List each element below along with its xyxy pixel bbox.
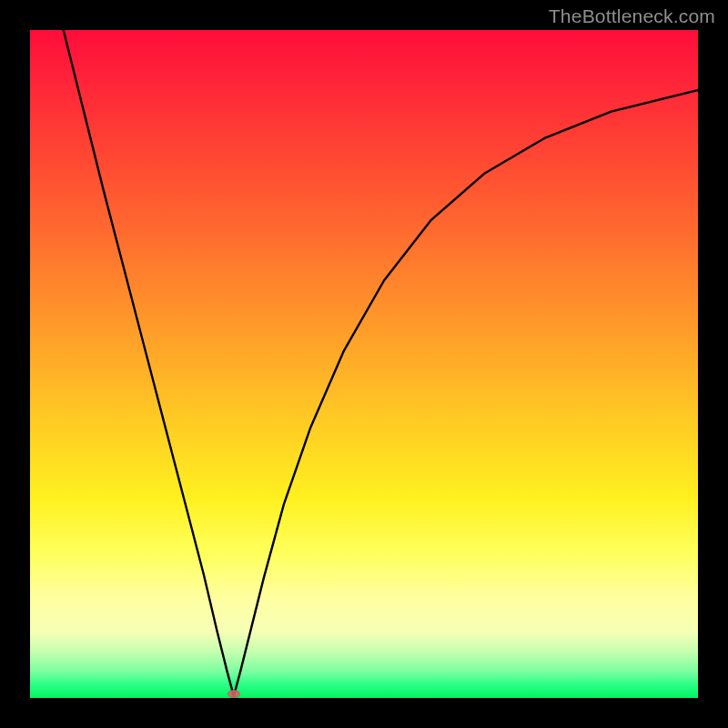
curve-path [64,30,698,696]
plot-area [30,30,698,698]
chart-frame: TheBottleneck.com [0,0,728,728]
watermark-text: TheBottleneck.com [549,5,715,27]
curve-svg [30,30,698,698]
